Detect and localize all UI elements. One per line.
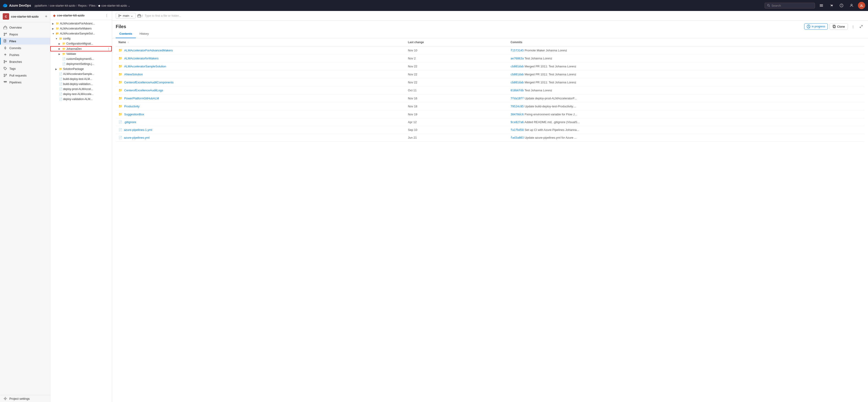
- file-name-link[interactable]: ALMAcceleratorforMakers: [124, 57, 158, 60]
- user-icon-btn[interactable]: [848, 2, 855, 9]
- file-name-link[interactable]: ANewSolution: [124, 73, 143, 76]
- file-name-link[interactable]: SuggestionBox: [124, 112, 144, 116]
- tree-item-validate[interactable]: ▶ 📁 Validate: [50, 52, 112, 57]
- sidebar-item-pushes[interactable]: Pushes: [0, 52, 50, 58]
- commits-icon: [3, 46, 7, 50]
- help-icon-btn[interactable]: ?: [838, 2, 845, 9]
- svg-point-19: [4, 74, 5, 75]
- sidebar-item-pipelines[interactable]: Pipelines: [0, 79, 50, 86]
- cell-commits: 9ce827a6 Added README.md, .gitignore (Vi…: [508, 118, 864, 126]
- breadcrumb-pplatform[interactable]: pplatform: [35, 4, 47, 7]
- tree-item-deploy-validation[interactable]: ▶ 📄 deploy-validation-ALM...: [50, 97, 112, 102]
- commit-message: Promote Maker Johanna Lorenz: [525, 49, 567, 52]
- commit-hash-link[interactable]: 9ce827a6: [510, 121, 524, 124]
- tree-item-alm-sample-file[interactable]: ▶ 📄 ALMAcceleratorSample...: [50, 71, 112, 76]
- tree-item-johanna-dev[interactable]: ▶ 📁 JohannaDev ⋮: [50, 46, 112, 52]
- file-name-link[interactable]: .gitignore: [124, 121, 136, 124]
- file-name-link[interactable]: ALMAcceleratorSampleSolution: [124, 65, 166, 68]
- breadcrumb-files[interactable]: Files: [89, 4, 95, 7]
- commit-hash-link[interactable]: 018b6fdb: [510, 89, 524, 92]
- commit-hash-link[interactable]: fa1fbd58: [510, 128, 524, 132]
- add-project-btn[interactable]: +: [45, 14, 47, 19]
- svg-point-5: [832, 6, 833, 7]
- file-name-link[interactable]: ALMAcceleratorForAdvancedMakers: [124, 49, 173, 52]
- svg-point-21: [6, 74, 7, 75]
- clone-icon: [833, 25, 836, 28]
- svg-text:?: ?: [841, 4, 842, 7]
- list-icon-btn[interactable]: [818, 2, 825, 9]
- svg-point-0: [767, 4, 769, 6]
- sidebar-item-overview[interactable]: Overview: [0, 24, 50, 31]
- breadcrumb-repos[interactable]: Repos: [78, 4, 87, 7]
- branch-selector[interactable]: main ⌄: [116, 13, 135, 19]
- pushes-icon: [3, 53, 7, 57]
- file-name-link[interactable]: azure-pipelines-1.yml: [124, 128, 152, 132]
- repo-icon: [3, 32, 7, 36]
- commit-hash-link[interactable]: cb801dab: [510, 73, 524, 76]
- commit-hash-link[interactable]: 7fda18ff: [510, 97, 524, 100]
- path-search-input[interactable]: [144, 13, 864, 18]
- cell-commits: f1573145 Promote Maker Johanna Lorenz: [508, 46, 864, 54]
- tree-item-deploy-test[interactable]: ▶ 📄 deploy-test-ALMAccele...: [50, 92, 112, 97]
- tree-item-alm-adv[interactable]: ▶ 📁 ALMAcceleratorForAdvanc...: [50, 21, 112, 26]
- tree-item-solution-package[interactable]: ▶ 📁 SolutionPackage: [50, 66, 112, 71]
- breadcrumb-repo[interactable]: coe-starter-kit-azdo: [50, 4, 75, 7]
- sidebar-item-pullrequests[interactable]: Pull requests: [0, 72, 50, 79]
- tab-contents[interactable]: Contents: [116, 30, 136, 38]
- content-header: Files in progress Clone ⋮: [112, 21, 868, 30]
- file-name-link[interactable]: CenterofExcellenceAuditLogs: [124, 89, 163, 92]
- sidebar-item-repos[interactable]: Repos: [0, 31, 50, 38]
- tree-item-deploy-settings[interactable]: ▶ 📄 deploymentSettings.j...: [50, 61, 112, 66]
- col-name[interactable]: Name ↑: [116, 38, 405, 46]
- sidebar-item-tags[interactable]: Tags: [0, 65, 50, 72]
- clone-button[interactable]: Clone: [830, 24, 848, 30]
- file-name-link[interactable]: Productivity: [124, 105, 140, 108]
- tree-item-alm-makers[interactable]: ▶ 📁 ALMAcceleratorforMakers: [50, 26, 112, 31]
- tree-item-config[interactable]: ▼ 📁 config: [50, 36, 112, 41]
- azure-devops-logo[interactable]: Azure DevOps: [3, 3, 31, 8]
- content-more-btn[interactable]: ⋮: [850, 23, 856, 30]
- sidebar-item-branches[interactable]: Branches: [0, 58, 50, 65]
- svg-point-24: [119, 16, 120, 17]
- tree-item-deploy-prod[interactable]: ▶ 📄 deploy-prod-ALMAccel...: [50, 87, 112, 92]
- file-name-link[interactable]: CenterofExcellenceAuditComponents: [124, 80, 174, 84]
- tree-item-config-migration[interactable]: ▶ 📁 ConfigurationMigrati...: [50, 41, 112, 46]
- file-icon: 📄: [62, 57, 65, 61]
- tree-item-custom-deploy[interactable]: ▶ 📄 customDeploymentS...: [50, 57, 112, 61]
- commit-hash-link[interactable]: 38470dc6: [510, 113, 524, 116]
- commit-hash-link[interactable]: ae76063a: [510, 57, 524, 60]
- file-doc-icon: 📄: [119, 128, 122, 132]
- sidebar-item-project-settings[interactable]: Project settings: [0, 395, 50, 402]
- johanna-dev-more-btn[interactable]: ⋮: [107, 47, 110, 51]
- tree-item-build-deploy-val[interactable]: ▶ 📄 build-deploy-validation...: [50, 81, 112, 87]
- commit-hash-link[interactable]: 79524c85: [510, 105, 524, 108]
- file-name-link[interactable]: azure-pipelines.yml: [124, 136, 150, 139]
- svg-rect-26: [138, 15, 141, 17]
- svg-rect-9: [4, 27, 7, 29]
- commit-hash-link[interactable]: fad3a803: [510, 136, 524, 139]
- search-box[interactable]: [765, 3, 815, 8]
- file-tree-more-btn[interactable]: ⋮: [104, 13, 109, 18]
- cell-last-change: Nov 22: [405, 70, 508, 78]
- tree-item-alm-sample[interactable]: ▼ 📂 ALMAcceleratorSampleSol...: [50, 31, 112, 36]
- breadcrumb-current: ◆ coe-starter-kit-azdo ⌄: [98, 4, 130, 7]
- user-avatar[interactable]: JL: [858, 2, 865, 9]
- tab-history[interactable]: History: [136, 30, 152, 38]
- main-content: main ⌄ / Files in progress Clone: [112, 11, 868, 402]
- file-table: Name ↑ Last change Commits 📁 ALMAccelera…: [116, 38, 864, 142]
- commit-hash-link[interactable]: f1573145: [510, 49, 524, 52]
- sidebar-item-commits[interactable]: Commits: [0, 44, 50, 52]
- commit-message: Set up CI with Azure Pipelines Johanna..…: [525, 128, 579, 132]
- sidebar-nav: Overview Repos Files Commits Pushes Bran…: [0, 22, 50, 88]
- expand-btn[interactable]: [858, 23, 864, 30]
- search-input[interactable]: [772, 4, 812, 7]
- cart-icon-btn[interactable]: [828, 2, 835, 9]
- sidebar-item-files[interactable]: Files: [0, 38, 50, 44]
- tree-item-build-deploy-test[interactable]: ▶ 📄 build-deploy-test-ALM...: [50, 76, 112, 81]
- file-name-link[interactable]: PowerPlatformGitHubALM: [124, 97, 159, 100]
- commit-hash-link[interactable]: cb801dab: [510, 65, 524, 68]
- table-row: 📁 ALMAcceleratorForAdvancedMakers Nov 10…: [116, 46, 864, 54]
- commit-message: Update build-deploy-test-Productivity...…: [525, 105, 576, 108]
- commit-hash-link[interactable]: cb801dab: [510, 81, 524, 84]
- branch-dropdown-icon: ⌄: [130, 14, 133, 18]
